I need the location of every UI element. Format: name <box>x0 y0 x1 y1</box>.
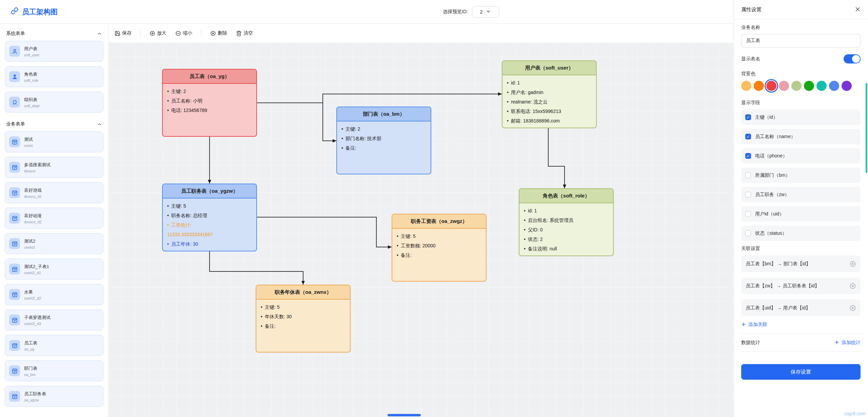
zoom-out-icon <box>175 31 181 36</box>
add-relation-button[interactable]: 添加关联 <box>741 322 767 328</box>
field-checkbox-row[interactable]: 用户id（uid） <box>741 206 861 222</box>
close-panel-button[interactable] <box>855 6 861 13</box>
form-icon <box>9 340 20 351</box>
bullet-icon: • <box>167 220 169 230</box>
bg-color-swatch[interactable] <box>779 81 789 91</box>
bg-color-swatch[interactable] <box>842 81 852 91</box>
sidebar-item-dxsscs[interactable]: 多选搜索测试dxsscs <box>5 157 103 178</box>
bg-color-swatch[interactable] <box>791 81 802 91</box>
show-table-toggle[interactable] <box>844 54 861 63</box>
sidebar-item-soft_user[interactable]: 用户表soft_user <box>5 41 103 62</box>
bullet-icon: • <box>507 107 509 116</box>
checkbox-icon[interactable] <box>745 211 751 217</box>
node-field: •用户名: gadmin <box>507 88 592 97</box>
bullet-icon: • <box>507 116 509 126</box>
sidebar-section-header[interactable]: 系统表单 <box>5 26 103 41</box>
clear-button[interactable]: 清空 <box>236 30 253 36</box>
sidebar-item-oa_yg[interactable]: 员工表oa_yg <box>5 335 103 356</box>
sidebar-item-dxsscs_d1[interactable]: 喜好游戏dxsscs_d1 <box>5 182 103 203</box>
link-icon <box>11 7 18 16</box>
sidebar-item-ceshi2[interactable]: 测试2ceshi2 <box>5 233 103 254</box>
sidebar-item-dxsscs_d2[interactable]: 喜好动漫dxsscs_d2 <box>5 208 103 229</box>
node-oa_yg[interactable]: 员工表（oa_yg）•主键: 2•员工名称: 小明•电话: 123456789 <box>162 69 257 137</box>
bullet-icon: • <box>341 143 343 153</box>
field-checkbox-row[interactable]: ✓员工名称（name） <box>741 129 861 144</box>
bg-color-swatch[interactable] <box>804 81 814 91</box>
node-oa_zwgz[interactable]: 职务工资表（oa_zwgz）•主键: 5•工资数额: 20000•备注: <box>392 214 487 282</box>
remove-relation-button[interactable] <box>849 305 856 311</box>
form-icon <box>9 365 20 376</box>
field-checkbox-row[interactable]: ✓电话（phone） <box>741 148 861 164</box>
vertical-scrollbar-thumb[interactable] <box>866 83 867 173</box>
node-oa_zwnx[interactable]: 职务年休表（oa_zwnx）•主键: 5•年休天数: 30•备注: <box>256 285 351 353</box>
checkbox-icon[interactable] <box>745 192 751 197</box>
zoom-in-button[interactable]: 放大 <box>150 30 166 36</box>
sidebar-item-ceshi[interactable]: 测试ceshi <box>5 131 103 152</box>
sidebar-item-name: 测试2 <box>24 238 35 244</box>
field-checkbox-row[interactable]: 所属部门（bm） <box>741 168 861 183</box>
node-field-text: 电话: 123456789 <box>171 106 207 115</box>
chevron-up-icon <box>97 31 102 36</box>
node-field: •组织名称: null <box>524 253 609 256</box>
sidebar-item-oa_ygzw[interactable]: 员工职务表oa_ygzw <box>5 386 103 407</box>
save-button[interactable]: 保存 <box>115 30 132 36</box>
relation-edge <box>257 103 336 141</box>
field-checkbox-row[interactable]: 状态（status） <box>741 226 861 241</box>
sidebar-item-ceshi2_d1[interactable]: 测试2_子表1ceshi2_d1 <box>5 259 103 280</box>
node-oa_ygzw[interactable]: 员工职务表（oa_ygzw）•主键: 5•职务名称: 总经理•工资统计:1133… <box>162 184 257 251</box>
show-table-label: 显示表名 <box>741 56 760 62</box>
node-field: •员工名称: 小明 <box>167 96 252 106</box>
sidebar-item-soft_dept[interactable]: 组织表soft_dept <box>5 92 103 113</box>
preview-id-select[interactable]: 2 <box>472 6 499 18</box>
node-soft_role[interactable]: 角色表（soft_role）•id: 1•后台组名: 系统管理员•父ID: 0•… <box>519 188 614 256</box>
data-stats-label: 数据统计 <box>741 340 760 346</box>
bg-color-swatch[interactable] <box>741 81 751 91</box>
node-field-text: 备注: <box>346 143 356 153</box>
bg-color-swatch[interactable] <box>829 81 839 91</box>
node-field-text: id: 1 <box>511 78 520 88</box>
node-field-text: id: 1 <box>528 206 537 215</box>
preview-id-group: 选择预览ID: 2 <box>443 0 499 24</box>
bullet-icon: • <box>261 302 262 312</box>
checkbox-icon[interactable] <box>745 230 751 236</box>
sidebar-item-name: 测试 <box>24 136 33 143</box>
bg-color-swatch[interactable] <box>816 81 827 91</box>
checkbox-icon[interactable]: ✓ <box>745 114 751 120</box>
data-stats-row: 数据统计 添加统计 <box>741 340 861 346</box>
bullet-icon: • <box>524 234 526 244</box>
checkbox-icon[interactable]: ✓ <box>745 134 751 139</box>
field-checkbox-row[interactable]: ✓主键（id） <box>741 110 861 125</box>
checkbox-icon[interactable] <box>745 172 751 178</box>
diagram-canvas[interactable]: 员工表（oa_yg）•主键: 2•员工名称: 小明•电话: 123456789用… <box>108 43 734 417</box>
remove-icon <box>849 261 856 267</box>
zoom-out-button[interactable]: 缩小 <box>175 30 192 36</box>
sidebar-item-text: 喜好动漫dxsscs_d2 <box>24 213 42 224</box>
bullet-icon: • <box>167 96 169 106</box>
sidebar-section-header[interactable]: 业务表单 <box>5 117 103 131</box>
field-checkbox-row[interactable]: 员工职务（zw） <box>741 187 861 202</box>
node-field: •备注说明: null <box>524 244 609 253</box>
save-settings-button[interactable]: 保存设置 <box>741 364 861 380</box>
edge-arrowhead <box>563 185 566 188</box>
bg-color-swatch[interactable] <box>766 81 776 91</box>
form-icon <box>9 187 20 198</box>
sidebar-item-text: 水果ceshi2_d2 <box>24 289 41 300</box>
remove-relation-button[interactable] <box>849 283 856 289</box>
relation-edge <box>548 128 565 188</box>
sidebar-item-ceshi2_d2[interactable]: 水果ceshi2_d2 <box>5 284 103 305</box>
horizontal-scrollbar-thumb[interactable] <box>388 414 421 416</box>
add-stat-button[interactable]: 添加统计 <box>834 340 861 346</box>
sidebar-item-code: soft_dept <box>24 104 39 108</box>
node-field-text: 组织名称: null <box>528 253 557 256</box>
business-name-input[interactable] <box>741 34 861 48</box>
node-soft_user[interactable]: 用户表（soft_user）•id: 1•用户名: gadmin•realnam… <box>502 60 597 128</box>
sidebar-item-oa_bm[interactable]: 部门表oa_bm <box>5 360 103 381</box>
divider <box>741 352 861 352</box>
remove-relation-button[interactable] <box>849 261 856 267</box>
sidebar-item-ceshi2_d3[interactable]: 子表穿透测试ceshi2_d3 <box>5 309 103 330</box>
delete-button[interactable]: 删除 <box>210 30 227 36</box>
node-oa_bm[interactable]: 部门表（oa_bm）•主键: 2•部门名称: 技术部•备注: <box>336 107 431 174</box>
bg-color-swatch[interactable] <box>754 81 764 91</box>
checkbox-icon[interactable]: ✓ <box>745 153 751 159</box>
sidebar-item-soft_role[interactable]: 角色表soft_role <box>5 66 103 87</box>
